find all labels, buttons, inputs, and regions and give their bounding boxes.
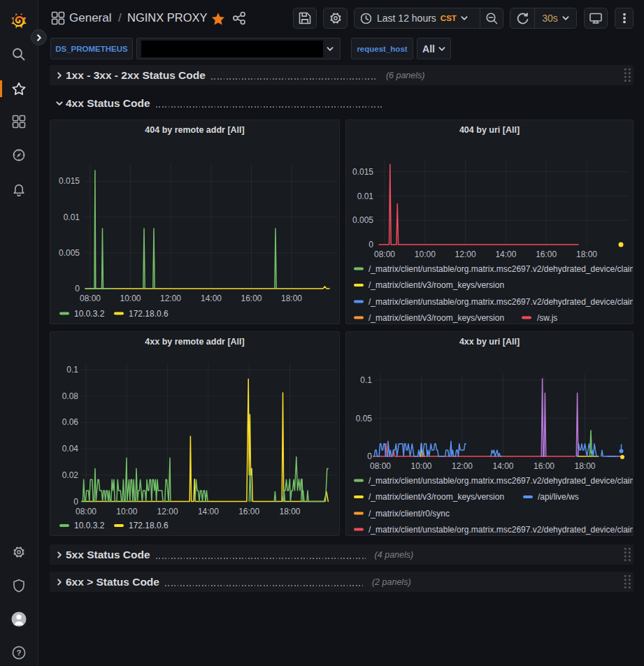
svg-text:0.015: 0.015 (352, 167, 373, 177)
svg-text:08:00: 08:00 (76, 507, 96, 516)
svg-text:14:00: 14:00 (495, 249, 516, 259)
svg-text:0.05: 0.05 (356, 414, 373, 424)
svg-text:10:00: 10:00 (410, 461, 431, 471)
svg-text:/_matrix/client/v3/room_keys/v: /_matrix/client/v3/room_keys/version (368, 492, 504, 502)
svg-text:/_matrix/client/unstable/org.m: /_matrix/client/unstable/org.matrix.msc2… (368, 264, 633, 274)
svg-text:10.0.3.2: 10.0.3.2 (74, 309, 105, 319)
svg-text:0: 0 (73, 497, 78, 507)
svg-text:18:00: 18:00 (279, 507, 300, 516)
svg-text:10:00: 10:00 (415, 249, 436, 259)
svg-text:10:00: 10:00 (116, 507, 137, 516)
svg-text:0.015: 0.015 (59, 176, 80, 186)
svg-text:18:00: 18:00 (574, 461, 595, 471)
svg-text:18:00: 18:00 (281, 294, 302, 303)
svg-text:0.1: 0.1 (360, 375, 372, 385)
svg-text:0: 0 (368, 240, 373, 249)
svg-text:16:00: 16:00 (534, 461, 554, 471)
svg-text:0: 0 (367, 451, 372, 461)
svg-text:?: ? (16, 649, 21, 657)
svg-text:/_matrix/client/unstable/org.m: /_matrix/client/unstable/org.matrix.msc2… (368, 525, 633, 535)
svg-text:/_matrix/client/v3/room_keys/v: /_matrix/client/v3/room_keys/version (368, 280, 504, 290)
svg-text:14:00: 14:00 (201, 294, 222, 303)
svg-text:0.02: 0.02 (62, 470, 79, 480)
svg-text:14:00: 14:00 (198, 507, 219, 516)
svg-text:172.18.0.6: 172.18.0.6 (129, 309, 169, 319)
svg-text:16:00: 16:00 (238, 507, 259, 516)
svg-text:12:00: 12:00 (455, 249, 476, 259)
svg-text:0.08: 0.08 (62, 391, 79, 401)
svg-text:16:00: 16:00 (241, 294, 262, 303)
svg-text:/_matrix/client/unstable/org.m: /_matrix/client/unstable/org.matrix.msc2… (368, 476, 633, 486)
svg-text:/_matrix/client/r0/sync: /_matrix/client/r0/sync (368, 509, 450, 519)
svg-text:0: 0 (75, 284, 80, 294)
svg-text:12:00: 12:00 (160, 294, 181, 303)
svg-text:172.18.0.6: 172.18.0.6 (129, 521, 169, 530)
svg-text:14:00: 14:00 (492, 461, 513, 471)
svg-text:12:00: 12:00 (157, 507, 178, 516)
svg-text:/sw.js: /sw.js (537, 313, 557, 323)
svg-text:/_matrix/client/unstable/org.m: /_matrix/client/unstable/org.matrix.msc2… (368, 297, 633, 307)
svg-text:16:00: 16:00 (536, 249, 557, 259)
svg-text:08:00: 08:00 (370, 461, 391, 471)
svg-text:0.1: 0.1 (66, 365, 78, 375)
svg-text:10:00: 10:00 (120, 294, 141, 303)
svg-text:0.04: 0.04 (62, 444, 79, 454)
svg-text:08:00: 08:00 (374, 249, 395, 259)
svg-text:08:00: 08:00 (80, 294, 101, 303)
svg-text:10.0.3.2: 10.0.3.2 (74, 521, 105, 530)
svg-text:/_matrix/client/v3/room_keys/v: /_matrix/client/v3/room_keys/version (368, 313, 504, 323)
svg-text:0.005: 0.005 (352, 215, 373, 225)
svg-text:18:00: 18:00 (576, 249, 597, 259)
svg-text:/api/live/ws: /api/live/ws (538, 492, 579, 502)
svg-text:0.005: 0.005 (59, 248, 80, 258)
svg-text:0.01: 0.01 (357, 191, 374, 201)
svg-text:0.01: 0.01 (64, 212, 80, 222)
svg-text:0.06: 0.06 (62, 417, 79, 427)
svg-text:12:00: 12:00 (452, 461, 473, 471)
